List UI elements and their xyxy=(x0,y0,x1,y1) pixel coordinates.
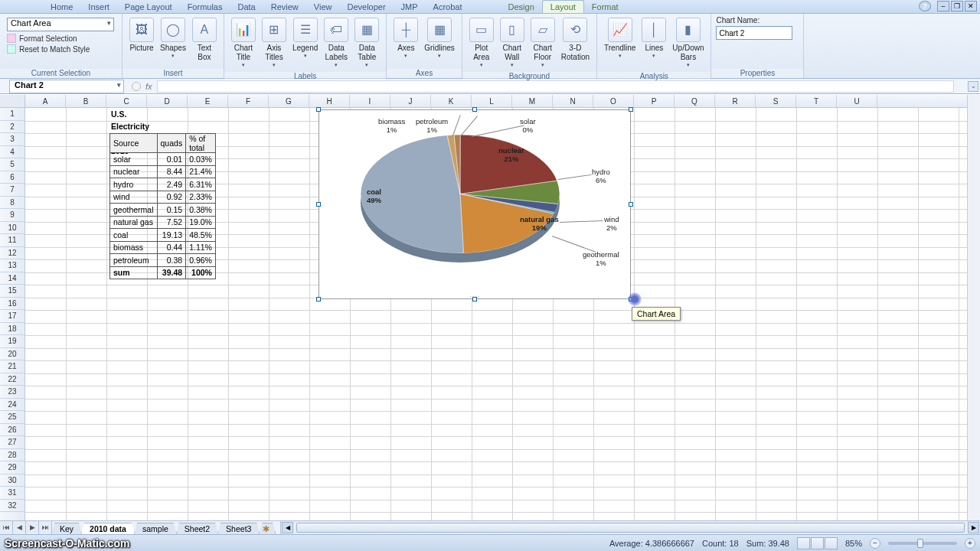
sheet-nav-first[interactable]: ⏮ xyxy=(0,521,13,534)
zoom-slider[interactable] xyxy=(888,542,957,545)
resize-handle[interactable] xyxy=(316,202,321,207)
row-header[interactable]: 31 xyxy=(0,487,24,500)
pie-chart[interactable] xyxy=(361,135,560,253)
row-header[interactable]: 7 xyxy=(0,184,24,197)
col-header[interactable]: B xyxy=(66,95,106,107)
picture-button[interactable]: 🖼Picture xyxy=(126,16,157,54)
row-header[interactable]: 22 xyxy=(0,373,24,386)
col-header[interactable]: U xyxy=(837,95,877,107)
row-header[interactable]: 8 xyxy=(0,197,24,210)
tab-developer[interactable]: Developer xyxy=(339,1,393,13)
sheet-tabs[interactable]: Key2010 datasampleSheet2Sheet3✱ xyxy=(52,521,276,534)
row-header[interactable]: 32 xyxy=(0,500,24,513)
axes-button[interactable]: ┼Axes▾ xyxy=(390,16,421,60)
tab-data[interactable]: Data xyxy=(230,1,263,13)
row-headers[interactable]: 1234567891011121314151617181920212223242… xyxy=(0,108,25,520)
row-header[interactable]: 24 xyxy=(0,399,24,412)
tab-layout[interactable]: Layout xyxy=(542,0,584,13)
expand-formula-bar-button[interactable]: ⌄ xyxy=(968,81,978,92)
zoom-thumb[interactable] xyxy=(917,539,923,548)
col-header[interactable]: N xyxy=(553,95,593,107)
sheet-nav-next[interactable]: ▶ xyxy=(26,521,39,534)
tab-page-layout[interactable]: Page Layout xyxy=(117,1,180,13)
row-header[interactable]: 11 xyxy=(0,234,24,247)
scroll-left-button[interactable]: ◀ xyxy=(282,522,293,533)
axis-titles-button[interactable]: ⊞Axis Titles▾ xyxy=(259,16,289,70)
col-header[interactable]: E xyxy=(188,95,228,107)
sheet-tab[interactable]: Key xyxy=(51,523,82,534)
shapes-button[interactable]: ◯Shapes▾ xyxy=(157,16,189,60)
chart-floor-button[interactable]: ▱Chart Floor▾ xyxy=(528,16,558,70)
scroll-right-button[interactable]: ▶ xyxy=(968,522,979,533)
row-header[interactable]: 19 xyxy=(0,335,24,348)
name-box[interactable]: Chart 2 xyxy=(9,80,124,93)
row-header[interactable]: 16 xyxy=(0,298,24,311)
sheet-tab[interactable]: Sheet3 xyxy=(217,523,260,534)
row-header[interactable]: 26 xyxy=(0,424,24,437)
worksheet-grid[interactable]: ABCDEFGHIJKLMNOPQRSTU 123456789101112131… xyxy=(0,95,980,520)
sheet-nav-prev[interactable]: ◀ xyxy=(13,521,26,534)
row-header[interactable]: 12 xyxy=(0,247,24,260)
col-header[interactable]: D xyxy=(147,95,188,107)
row-header[interactable]: 1 xyxy=(0,108,24,121)
lines-button[interactable]: │Lines▾ xyxy=(639,16,669,60)
col-header[interactable]: S xyxy=(756,95,796,107)
col-header[interactable]: K xyxy=(431,95,472,107)
col-header[interactable]: I xyxy=(350,95,390,107)
chart-name-input[interactable] xyxy=(716,26,792,40)
chart-element-selector[interactable]: Chart Area xyxy=(7,18,114,31)
text-box-button[interactable]: AText Box xyxy=(189,16,220,64)
fx-icon[interactable]: fx xyxy=(145,82,152,91)
col-header[interactable]: O xyxy=(593,95,634,107)
col-header[interactable]: F xyxy=(228,95,269,107)
col-header[interactable]: T xyxy=(796,95,837,107)
col-header[interactable]: J xyxy=(390,95,431,107)
col-header[interactable]: Q xyxy=(675,95,715,107)
sheet-tab[interactable]: sample xyxy=(134,523,177,534)
view-buttons[interactable] xyxy=(797,537,838,549)
data-table-button[interactable]: ▦Data Table▾ xyxy=(351,16,382,70)
chart-object[interactable]: ···· ···· coal49% natural gas19% nuclear… xyxy=(318,109,631,299)
row-header[interactable]: 9 xyxy=(0,209,24,222)
chart-plot-area[interactable]: coal49% natural gas19% nuclear21% biomas… xyxy=(322,113,627,295)
col-header[interactable]: R xyxy=(715,95,756,107)
horizontal-scrollbar[interactable]: ◀ ▶ xyxy=(280,521,980,534)
row-header[interactable]: 18 xyxy=(0,323,24,336)
row-header[interactable]: 21 xyxy=(0,360,24,373)
chart-wall-button[interactable]: ▯Chart Wall▾ xyxy=(497,16,528,70)
row-header[interactable]: 25 xyxy=(0,411,24,424)
col-header[interactable]: M xyxy=(512,95,553,107)
tab-view[interactable]: View xyxy=(306,1,340,13)
data-labels-button[interactable]: 🏷Data Labels▾ xyxy=(321,16,351,70)
minimize-button[interactable]: – xyxy=(937,1,949,11)
col-header[interactable]: C xyxy=(106,95,147,107)
column-headers[interactable]: ABCDEFGHIJKLMNOPQRSTU xyxy=(25,95,967,108)
row-header[interactable]: 13 xyxy=(0,259,24,272)
tab-design[interactable]: Design xyxy=(501,1,542,13)
row-header[interactable]: 4 xyxy=(0,146,24,159)
row-header[interactable]: 10 xyxy=(0,222,24,235)
row-header[interactable]: 28 xyxy=(0,449,24,462)
col-header[interactable]: H xyxy=(309,95,350,107)
select-all-corner[interactable] xyxy=(0,95,25,108)
resize-handle[interactable] xyxy=(629,202,633,207)
row-header[interactable]: 23 xyxy=(0,386,24,399)
tab-jmp[interactable]: JMP xyxy=(394,1,426,13)
reset-match-style-button[interactable]: Reset to Match Style xyxy=(4,44,93,54)
row-header[interactable]: 6 xyxy=(0,171,24,184)
formula-bar[interactable] xyxy=(157,80,954,93)
sheet-tab[interactable]: Sheet2 xyxy=(176,523,218,534)
row-header[interactable]: 27 xyxy=(0,436,24,449)
tab-insert[interactable]: Insert xyxy=(80,1,117,13)
row-header[interactable]: 30 xyxy=(0,474,24,487)
row-header[interactable]: 17 xyxy=(0,310,24,323)
row-header[interactable]: 14 xyxy=(0,272,24,285)
rotation-3d-button[interactable]: ⟲3-D Rotation xyxy=(558,16,593,64)
trendline-button[interactable]: 📈Trendline▾ xyxy=(601,16,639,60)
vertical-scrollbar[interactable] xyxy=(967,95,980,520)
row-header[interactable]: 29 xyxy=(0,461,24,474)
close-button[interactable]: ✕ xyxy=(965,1,977,11)
tab-acrobat[interactable]: Acrobat xyxy=(426,1,470,13)
resize-handle[interactable] xyxy=(316,107,321,112)
restore-button[interactable]: ❐ xyxy=(951,1,963,11)
